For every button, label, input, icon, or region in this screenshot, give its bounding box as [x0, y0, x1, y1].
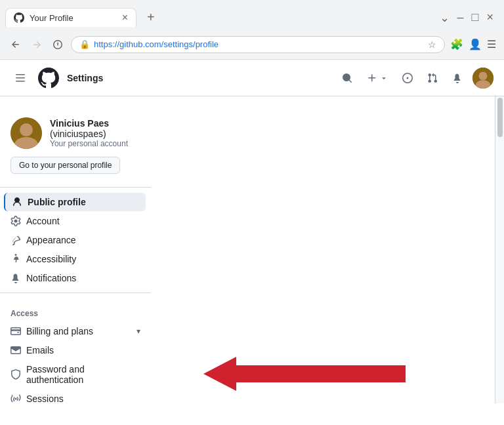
- sidebar-item-appearance[interactable]: Appearance: [5, 231, 146, 249]
- profile-name: Vinicius Paes (viniciuspaes): [50, 118, 140, 139]
- sidebar-item-label: Public profile: [28, 197, 86, 207]
- profile-info: Vinicius Paes (viniciuspaes) Your person…: [10, 117, 140, 149]
- minimize-button[interactable]: –: [457, 10, 464, 24]
- main-content: [151, 96, 495, 403]
- security-icon: 🔒: [79, 39, 90, 49]
- profile-icon[interactable]: 👤: [469, 38, 482, 51]
- header-actions: [337, 68, 494, 89]
- url-text: https://github.com/settings/profile: [94, 39, 424, 49]
- profile-avatar: [10, 117, 42, 149]
- sidebar-item-notifications[interactable]: Notifications: [5, 269, 146, 287]
- person-icon: [12, 197, 22, 207]
- create-new-button[interactable]: [362, 70, 392, 87]
- notifications-bell-button[interactable]: [448, 70, 467, 87]
- url-input[interactable]: 🔒 https://github.com/settings/profile ☆: [71, 36, 445, 53]
- settings-nav-label: Settings: [67, 73, 103, 83]
- sidebar-item-account[interactable]: Account: [5, 212, 146, 230]
- star-icon[interactable]: ☆: [428, 39, 436, 50]
- main-nav-section: Public profile Account Appearance Access…: [0, 193, 151, 287]
- address-bar: 🔒 https://github.com/settings/profile ☆ …: [0, 30, 504, 59]
- sidebar-item-label: Billing and plans: [26, 326, 93, 336]
- scrollbar-thumb[interactable]: [497, 98, 503, 137]
- sidebar-item-label: Emails: [26, 345, 54, 355]
- search-button[interactable]: [337, 70, 357, 87]
- new-tab-button[interactable]: +: [142, 7, 160, 28]
- sidebar-item-public-profile[interactable]: Public profile: [4, 193, 146, 211]
- sidebar-item-billing[interactable]: Billing and plans ▾: [5, 322, 146, 340]
- menu-icon[interactable]: ☰: [487, 38, 496, 51]
- back-button[interactable]: [8, 35, 24, 54]
- chevron-down-icon: ⌄: [440, 10, 450, 25]
- sidebar-item-label: Appearance: [26, 235, 76, 245]
- divider-access: [0, 293, 151, 293]
- gear-icon: [10, 216, 21, 226]
- sidebar-item-label: Sessions: [26, 394, 64, 403]
- pull-requests-button[interactable]: [423, 70, 442, 87]
- sidebar-item-label: Password and authentication: [26, 364, 140, 385]
- profile-display-name: Vinicius Paes: [50, 118, 109, 129]
- profile-account-type: Your personal account: [50, 139, 140, 148]
- mail-icon: [10, 345, 21, 355]
- access-nav-section: Access Billing and plans ▾ Emails: [0, 298, 151, 403]
- profile-card: Vinicius Paes (viniciuspaes) Your person…: [0, 107, 151, 182]
- profile-username: (viniciuspaes): [50, 129, 106, 139]
- broadcast-icon: [10, 394, 21, 403]
- tab-close-button[interactable]: ×: [122, 12, 128, 23]
- user-avatar[interactable]: [472, 68, 494, 89]
- scrollbar[interactable]: [495, 96, 504, 403]
- sidebar-item-sessions[interactable]: Sessions: [5, 390, 146, 403]
- maximize-button[interactable]: □: [472, 10, 479, 24]
- credit-card-icon: [10, 326, 21, 336]
- tab-bar: Your Profile × + ⌄ – □ ×: [0, 0, 504, 30]
- chevron-down-icon: ▾: [136, 327, 140, 336]
- accessibility-icon: [10, 254, 21, 264]
- tab-title: Your Profile: [30, 13, 117, 23]
- divider: [0, 187, 151, 188]
- sidebar-toggle-button[interactable]: [10, 70, 30, 87]
- access-section-label: Access: [5, 298, 146, 322]
- refresh-button[interactable]: [50, 35, 66, 54]
- issues-button[interactable]: [398, 70, 417, 87]
- sidebar: Vinicius Paes (viniciuspaes) Your person…: [0, 96, 151, 403]
- svg-point-4: [20, 123, 33, 136]
- sidebar-item-password-auth[interactable]: Password and authentication: [5, 360, 146, 389]
- sidebar-item-emails[interactable]: Emails: [5, 341, 146, 359]
- browser-window-controls: ⌄ – □ ×: [440, 10, 499, 25]
- sidebar-item-accessibility[interactable]: Accessibility: [5, 250, 146, 268]
- go-to-profile-button[interactable]: Go to your personal profile: [10, 157, 120, 174]
- svg-point-1: [479, 71, 488, 80]
- sidebar-item-label: Accessibility: [26, 254, 76, 264]
- sidebar-item-label: Account: [26, 216, 60, 226]
- main-layout: Vinicius Paes (viniciuspaes) Your person…: [0, 96, 504, 403]
- close-window-button[interactable]: ×: [486, 10, 494, 24]
- github-header: Settings: [0, 60, 504, 96]
- profile-text: Vinicius Paes (viniciuspaes) Your person…: [50, 118, 140, 148]
- paintbrush-icon: [10, 235, 21, 245]
- shield-icon: [10, 369, 21, 380]
- forward-button[interactable]: [29, 35, 45, 54]
- browser-toolbar: 🧩 👤 ☰: [450, 38, 496, 51]
- bell-icon: [10, 273, 21, 283]
- extensions-icon[interactable]: 🧩: [450, 38, 463, 51]
- active-tab[interactable]: Your Profile ×: [5, 8, 136, 27]
- sidebar-item-label: Notifications: [26, 273, 76, 283]
- github-logo: [38, 68, 59, 89]
- tab-favicon: [14, 12, 24, 23]
